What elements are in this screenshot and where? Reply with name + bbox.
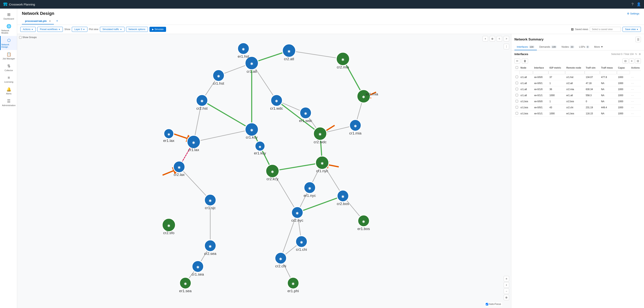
svg-text:✱: ✱ [258, 145, 261, 149]
th-remote-node: Remote node [565, 65, 585, 71]
cell-actions[interactable]: ··· [630, 111, 641, 117]
map-list-icon[interactable]: ≡ [504, 276, 509, 281]
row-actions-dots[interactable]: ··· [631, 82, 634, 85]
sidebar-item-administration-label: Administration [2, 104, 16, 106]
table-header-row: Interfaces Selected 0 / Total 104 ↻ ⚙ [511, 50, 644, 58]
network-options-button[interactable]: Network options [126, 27, 148, 32]
network-map-svg[interactable]: ✱ cr1.atl ✱ cr2.atl ✱ cr2.mia ✱ er1.mia [17, 34, 511, 308]
cell-actions[interactable]: ··· [630, 80, 641, 86]
row-actions-dots[interactable]: ··· [631, 112, 634, 115]
show-groups-checkbox[interactable] [19, 36, 22, 39]
list-view-button[interactable]: ≡ [629, 58, 634, 64]
sidebar-item-network-design[interactable]: ⬡ Network Design [0, 36, 17, 50]
sidebar-item-licensing[interactable]: ≡ Licensing [0, 73, 17, 85]
map-zoom-in-icon[interactable]: + [504, 282, 509, 288]
cell-actions[interactable]: ··· [630, 74, 641, 80]
map-crosshair-icon[interactable]: ⊕ [504, 295, 509, 300]
row-checkbox[interactable] [516, 100, 518, 102]
interfaces-table-wrapper: Node Interface IGP metric Remote node Tr… [511, 65, 644, 308]
panel-tab-interfaces[interactable]: Interfaces 104 [514, 44, 537, 50]
map-add-node-icon[interactable]: + [482, 36, 488, 41]
row-checkbox[interactable] [516, 112, 518, 114]
th-traff-sim: Traff sim [585, 65, 600, 71]
plot-view-label: Plot view [89, 28, 98, 31]
row-checkbox[interactable] [516, 76, 518, 78]
cell-node: cr1.bos [519, 111, 533, 117]
row-checkbox[interactable] [516, 106, 518, 108]
save-view-button[interactable]: Save view ▼ [622, 27, 641, 32]
cell-interface: xe-0/0/1 [533, 80, 548, 86]
cell-actions[interactable]: ··· [630, 86, 641, 92]
help-icon[interactable]: ? [632, 2, 634, 7]
filter-interface[interactable] [533, 71, 548, 74]
row-actions-dots[interactable]: ··· [631, 76, 634, 79]
filter-icon-button[interactable]: ⊟ [622, 58, 628, 64]
panel-tab-more[interactable]: More ▼ [592, 44, 606, 50]
sidebar-item-administration[interactable]: ☰ Administration [0, 97, 17, 108]
cell-traff-meas: NA [600, 98, 617, 105]
sidebar-item-job-manager[interactable]: 📋 Job Manager [0, 50, 17, 62]
simulated-traffic-chevron-icon: ▼ [120, 28, 122, 31]
alerts-icon: 🔔 [6, 87, 11, 92]
row-checkbox[interactable] [516, 82, 518, 84]
map-zoom-out-icon[interactable]: − [504, 288, 509, 294]
svg-text:✱: ✱ [168, 133, 170, 136]
filter-capac[interactable] [617, 71, 630, 74]
panel-tab-nodes[interactable]: Nodes 33 [559, 44, 577, 50]
row-actions-dots[interactable]: ··· [631, 100, 634, 103]
filter-node[interactable] [519, 71, 533, 74]
cell-actions[interactable]: ··· [630, 98, 641, 105]
refresh-icon[interactable]: ↻ [635, 53, 637, 56]
simulated-traffic-button[interactable]: Simulated traffic ▼ [100, 27, 124, 32]
settings-link[interactable]: ⚙ Settings [627, 12, 639, 15]
panel-tab-demands[interactable]: Demands 109 [537, 44, 559, 50]
panel-tab-lsps[interactable]: LSPs 0 [577, 44, 592, 50]
row-checkbox[interactable] [516, 88, 518, 90]
svg-text:✱: ✱ [208, 199, 212, 203]
preset-workflows-button[interactable]: Preset workflows ▼ [37, 27, 63, 32]
row-actions-dots[interactable]: ··· [631, 94, 634, 97]
cell-traff-meas: 449.4 [600, 105, 617, 111]
row-checkbox[interactable] [516, 94, 518, 96]
filter-traff-sim[interactable] [585, 71, 600, 74]
select-all-checkbox[interactable] [516, 66, 518, 69]
main-layout: ⊞ Dashboard 🌐 Network Models ⬡ Network D… [0, 9, 644, 308]
actions-button[interactable]: Actions ▼ [20, 27, 36, 32]
simulate-button[interactable]: ▶ Simulate [150, 27, 166, 32]
row-actions-dots[interactable]: ··· [631, 88, 634, 91]
map-next-icon[interactable]: > [504, 36, 509, 41]
layer3-button[interactable]: Layer 3 ▼ [72, 27, 88, 32]
select-saved-view[interactable]: Select a saved view [590, 27, 621, 32]
user-icon[interactable]: 👤 [636, 2, 641, 7]
columns-view-button[interactable]: ⊟ [635, 58, 641, 64]
cell-actions[interactable]: ··· [630, 92, 641, 98]
sidebar-item-network-design-label: Network Design [1, 43, 16, 48]
cell-capac: 1000 [617, 80, 630, 86]
th-select-all[interactable] [514, 65, 519, 71]
tab-processed-lab[interactable]: processed-lab.pln ✕ [22, 18, 54, 25]
cell-igp-metric: 36 [548, 86, 565, 92]
tab-close-icon[interactable]: ✕ [49, 20, 51, 22]
edit-button[interactable]: ✏ [514, 58, 520, 64]
svg-text:cr2.chi: cr2.chi [275, 264, 286, 268]
filter-igp-metric[interactable] [548, 71, 565, 74]
map-tree-icon[interactable]: ⋮ [504, 44, 509, 49]
sidebar-item-dashboard[interactable]: ⊞ Dashboard [0, 10, 17, 22]
delete-button[interactable]: 🗑 [522, 58, 528, 64]
map-prev-icon[interactable]: < [497, 36, 502, 41]
show-groups-checkbox-label[interactable]: Show Groups [19, 36, 37, 39]
auto-focus-checkbox[interactable] [486, 303, 488, 305]
map-hierarchy-icon[interactable]: ⊕ [490, 36, 495, 41]
cell-actions[interactable]: ··· [630, 105, 641, 111]
filter-traff-meas[interactable] [600, 71, 617, 74]
map-area[interactable]: + ⊕ < > Show Groups ⋮ ≡ [17, 34, 511, 308]
table-meta: Selected 0 / Total 104 ↻ ⚙ [611, 53, 641, 56]
panel-list-view-button[interactable]: ☰ [636, 37, 641, 42]
settings-icon[interactable]: ⚙ [639, 53, 641, 56]
sidebar-item-network-models[interactable]: 🌐 Network Models [0, 22, 17, 36]
tab-add[interactable]: + [54, 18, 60, 25]
row-actions-dots[interactable]: ··· [631, 106, 634, 109]
sidebar-item-alerts[interactable]: 🔔 Alerts [0, 85, 17, 97]
sidebar-item-collector[interactable]: ⇅ Collector [0, 62, 17, 73]
filter-remote-node[interactable] [565, 71, 585, 74]
